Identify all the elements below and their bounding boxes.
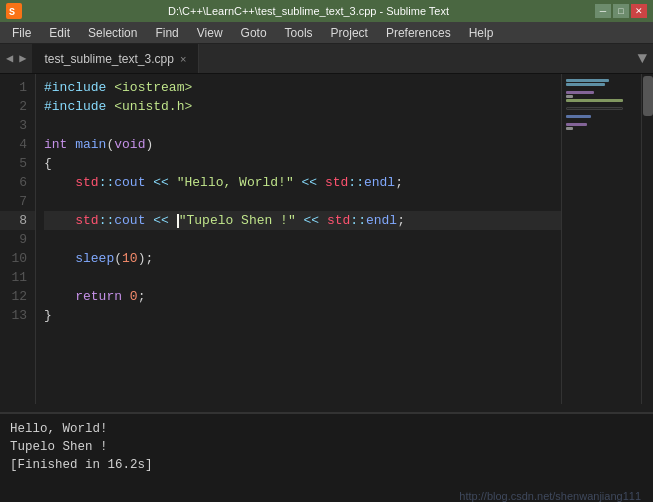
code-line-10: sleep(10); — [44, 249, 561, 268]
line-num-13: 13 — [0, 306, 35, 325]
line-num-11: 11 — [0, 268, 35, 287]
svg-text:S: S — [9, 7, 15, 18]
minimap-line-8 — [566, 107, 623, 110]
tab-overflow-arrow[interactable]: ▼ — [631, 44, 653, 73]
watermark-text: http://blog.csdn.net/shenwanjiang111 — [459, 490, 641, 502]
scrollbar-thumb[interactable] — [643, 76, 653, 116]
menu-project[interactable]: Project — [323, 24, 376, 42]
menu-help[interactable]: Help — [461, 24, 502, 42]
tab-bar: ◀ ▶ test_sublime_text_3.cpp × ▼ — [0, 44, 653, 74]
code-line-6: std::cout << "Hello, World!" << std::end… — [44, 173, 561, 192]
line-num-10: 10 — [0, 249, 35, 268]
line-num-3: 3 — [0, 116, 35, 135]
output-line-2: Tupelo Shen ! — [10, 438, 643, 456]
line-num-12: 12 — [0, 287, 35, 306]
menu-tools[interactable]: Tools — [277, 24, 321, 42]
tab-nav-arrows: ◀ ▶ — [0, 44, 32, 73]
output-panel: Hello, World! Tupelo Shen ! [Finished in… — [0, 412, 653, 502]
line-num-2: 2 — [0, 97, 35, 116]
minimap — [561, 74, 641, 404]
code-line-11 — [44, 268, 561, 287]
editor-container: 1 2 3 4 5 6 7 8 9 10 11 12 13 #include <… — [0, 74, 653, 404]
code-line-8: std::cout << "Tupelo Shen !" << std::end… — [44, 211, 561, 230]
maximize-button[interactable]: □ — [613, 4, 629, 18]
minimap-line-4 — [566, 91, 594, 94]
vertical-scrollbar[interactable] — [641, 74, 653, 404]
code-line-9 — [44, 230, 561, 249]
line-num-8: 8 — [0, 211, 35, 230]
code-line-7 — [44, 192, 561, 211]
line-num-6: 6 — [0, 173, 35, 192]
code-line-4: int main(void) — [44, 135, 561, 154]
minimap-line-1 — [566, 79, 609, 82]
menu-goto[interactable]: Goto — [233, 24, 275, 42]
editor-empty-space — [0, 404, 653, 412]
menu-preferences[interactable]: Preferences — [378, 24, 459, 42]
tab-close-button[interactable]: × — [180, 53, 186, 65]
menu-edit[interactable]: Edit — [41, 24, 78, 42]
line-num-1: 1 — [0, 78, 35, 97]
minimize-button[interactable]: ─ — [595, 4, 611, 18]
minimap-line-12 — [566, 123, 587, 126]
line-num-4: 4 — [0, 135, 35, 154]
line-num-9: 9 — [0, 230, 35, 249]
tab-filename: test_sublime_text_3.cpp — [44, 52, 173, 66]
minimap-content — [562, 74, 641, 135]
line-num-5: 5 — [0, 154, 35, 173]
code-line-1: #include <iostream> — [44, 78, 561, 97]
code-line-2: #include <unistd.h> — [44, 97, 561, 116]
code-line-13: } — [44, 306, 561, 325]
output-line-3: [Finished in 16.2s] — [10, 456, 643, 474]
window-title: D:\C++\LearnC++\test_sublime_text_3.cpp … — [22, 5, 595, 17]
menu-view[interactable]: View — [189, 24, 231, 42]
window-controls: ─ □ ✕ — [595, 4, 647, 18]
minimap-line-6 — [566, 99, 623, 102]
close-button[interactable]: ✕ — [631, 4, 647, 18]
code-line-3 — [44, 116, 561, 135]
line-num-7: 7 — [0, 192, 35, 211]
minimap-line-13 — [566, 127, 573, 130]
minimap-line-2 — [566, 83, 605, 86]
code-area[interactable]: #include <iostream> #include <unistd.h> … — [36, 74, 561, 404]
menu-bar: File Edit Selection Find View Goto Tools… — [0, 22, 653, 44]
output-line-1: Hello, World! — [10, 420, 643, 438]
tab-file[interactable]: test_sublime_text_3.cpp × — [32, 44, 199, 73]
menu-selection[interactable]: Selection — [80, 24, 145, 42]
minimap-line-10 — [566, 115, 591, 118]
title-bar: S D:\C++\LearnC++\test_sublime_text_3.cp… — [0, 0, 653, 22]
app-icon: S — [6, 3, 22, 19]
menu-find[interactable]: Find — [147, 24, 186, 42]
tab-next-arrow[interactable]: ▶ — [17, 51, 28, 66]
tab-prev-arrow[interactable]: ◀ — [4, 51, 15, 66]
minimap-line-5 — [566, 95, 573, 98]
line-numbers: 1 2 3 4 5 6 7 8 9 10 11 12 13 — [0, 74, 36, 404]
code-line-5: { — [44, 154, 561, 173]
menu-file[interactable]: File — [4, 24, 39, 42]
code-line-12: return 0; — [44, 287, 561, 306]
